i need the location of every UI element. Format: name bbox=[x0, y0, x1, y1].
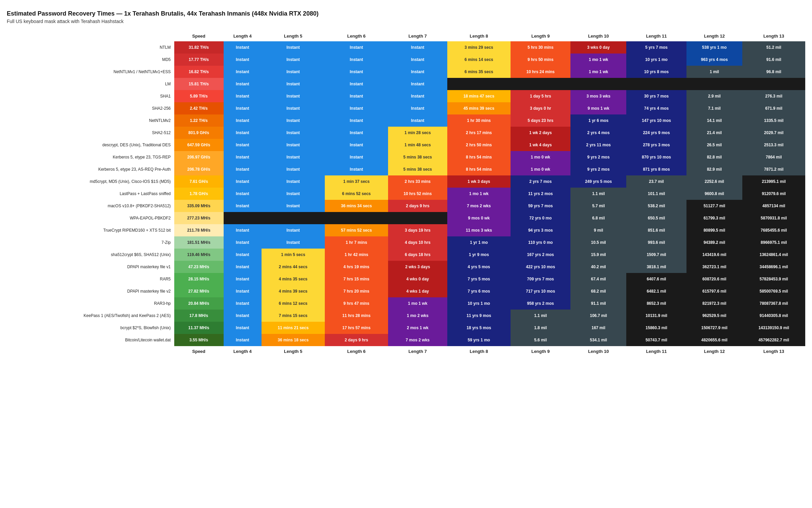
row-cell-len4: Instant bbox=[224, 297, 262, 310]
table-header: SpeedLength 4Length 5Length 6Length 7Len… bbox=[7, 31, 805, 41]
row-cell-len10: 6.8 mil bbox=[570, 212, 626, 224]
row-cell-len4: Instant bbox=[224, 249, 262, 261]
row-cell-len5: Instant bbox=[262, 224, 325, 236]
row-cell-len7 bbox=[388, 212, 447, 224]
row-cell-len8: 18 mins 47 secs bbox=[447, 90, 511, 102]
row-cell-len8: 6 mins 14 secs bbox=[447, 54, 511, 66]
row-cell-len13: 51.2 mil bbox=[742, 41, 805, 54]
row-cell-len7: 4 wks 0 day bbox=[388, 273, 447, 285]
row-name: 7-Zip bbox=[7, 236, 174, 249]
row-speed: 801.9 GH/s bbox=[174, 127, 224, 139]
row-cell-len6: 17 hrs 57 mins bbox=[325, 322, 388, 334]
row-speed: 31.82 TH/s bbox=[174, 41, 224, 54]
row-name: LastPass + LastPass sniffed bbox=[7, 188, 174, 200]
row-cell-len5: Instant bbox=[262, 151, 325, 163]
row-cell-len5: Instant bbox=[262, 139, 325, 151]
row-cell-len12: 9600.8 mil bbox=[686, 188, 742, 200]
row-cell-len5: Instant bbox=[262, 54, 325, 66]
col-header-10: Length 12 bbox=[686, 31, 742, 41]
row-cell-len7: 10 hrs 52 mins bbox=[388, 188, 447, 200]
row-cell-len8: 59 yrs 1 mo bbox=[447, 334, 511, 346]
col-footer-1: Speed bbox=[174, 346, 224, 354]
row-cell-len12: 962529.5 mil bbox=[686, 310, 742, 322]
row-cell-len8: 11 yrs 9 mos bbox=[447, 310, 511, 322]
row-cell-len9: 717 yrs 10 mos bbox=[511, 285, 570, 297]
row-name: NTLM bbox=[7, 41, 174, 54]
row-cell-len13: 912079.6 mil bbox=[742, 188, 805, 200]
row-cell-len10: 67.4 mil bbox=[570, 273, 626, 285]
row-cell-len10: 3 wks 0 day bbox=[570, 41, 626, 54]
row-cell-len7: Instant bbox=[388, 114, 447, 127]
row-cell-len11: 6407.6 mil bbox=[626, 273, 686, 285]
row-name: Kerberos 5, etype 23, AS-REQ Pre-Auth bbox=[7, 163, 174, 175]
row-cell-len7: 1 min 48 secs bbox=[388, 139, 447, 151]
row-cell-len12: 1506727.9 mil bbox=[686, 322, 742, 334]
row-cell-len13: 143139150.9 mil bbox=[742, 322, 805, 334]
row-cell-len9: 5 hrs 30 mins bbox=[511, 41, 570, 54]
row-cell-len9: 5.6 mil bbox=[511, 334, 570, 346]
row-cell-len10: 1 mo 1 wk bbox=[570, 66, 626, 78]
col-footer-4: Length 6 bbox=[325, 346, 388, 354]
row-cell-len12: 1 mil bbox=[686, 66, 742, 78]
row-name: LM bbox=[7, 78, 174, 90]
row-cell-len6: Instant bbox=[325, 163, 388, 175]
row-cell-len13: 671.9 mil bbox=[742, 102, 805, 114]
row-cell-len5: Instant bbox=[262, 127, 325, 139]
row-cell-len7: 2 wks 3 days bbox=[388, 261, 447, 273]
row-cell-len4: Instant bbox=[224, 175, 262, 188]
row-cell-len10 bbox=[570, 78, 626, 90]
row-cell-len6: 1 hr 42 mins bbox=[325, 249, 388, 261]
row-cell-len8: 45 mins 39 secs bbox=[447, 102, 511, 114]
row-cell-len12: 2.9 mil bbox=[686, 90, 742, 102]
col-footer-11: Length 13 bbox=[742, 346, 805, 354]
table-row: Bitcoin/Litecoin wallet.dat3.55 MH/sInst… bbox=[7, 334, 805, 346]
row-cell-len8: 3 mins 29 secs bbox=[447, 41, 511, 54]
row-cell-len5: Instant bbox=[262, 90, 325, 102]
row-cell-len13: 4857134 mil bbox=[742, 200, 805, 212]
row-cell-len6: Instant bbox=[325, 151, 388, 163]
row-cell-len6 bbox=[325, 212, 388, 224]
table-row: TrueCrypt RIPEMD160 + XTS 512 bit211.78 … bbox=[7, 224, 805, 236]
row-cell-len10: 1 mo 1 wk bbox=[570, 54, 626, 66]
row-cell-len10: 534.1 mil bbox=[570, 334, 626, 346]
row-name: bcrypt $2*S, Blowfish (Unix) bbox=[7, 322, 174, 334]
row-cell-len5: Instant bbox=[262, 188, 325, 200]
row-cell-len6: Instant bbox=[325, 41, 388, 54]
row-cell-len9: 422 yrs 10 mos bbox=[511, 261, 570, 273]
col-header-8: Length 10 bbox=[570, 31, 626, 41]
row-name: RAR3-hp bbox=[7, 297, 174, 310]
row-cell-len11: 30 yrs 7 mos bbox=[626, 90, 686, 102]
row-speed: 647.59 GH/s bbox=[174, 139, 224, 151]
row-cell-len4: Instant bbox=[224, 90, 262, 102]
row-cell-len12: 963 yrs 4 mos bbox=[686, 54, 742, 66]
row-name: Kerberos 5, etype 23, TGS-REP bbox=[7, 151, 174, 163]
row-cell-len9: 709 yrs 7 mos bbox=[511, 273, 570, 285]
row-cell-len7: 1 min 28 secs bbox=[388, 127, 447, 139]
row-cell-len10: 249 yrs 5 mos bbox=[570, 175, 626, 188]
row-cell-len6: Instant bbox=[325, 102, 388, 114]
table-row: WPA-EAPOL-PBKDF2277.23 MH/s9 mos 0 wk72 … bbox=[7, 212, 805, 224]
col-header-0 bbox=[7, 31, 174, 41]
row-cell-len13: 8966975.1 mil bbox=[742, 236, 805, 249]
row-cell-len5: Instant bbox=[262, 102, 325, 114]
row-cell-len11: 851.6 mil bbox=[626, 224, 686, 236]
row-cell-len9: 59 yrs 7 mos bbox=[511, 200, 570, 212]
col-header-3: Length 5 bbox=[262, 31, 325, 41]
row-cell-len13: 7864 mil bbox=[742, 151, 805, 163]
row-cell-len10: 91.1 mil bbox=[570, 297, 626, 310]
row-cell-len5: 6 mins 12 secs bbox=[262, 297, 325, 310]
row-cell-len9: 1 day 5 hrs bbox=[511, 90, 570, 102]
page-subtitle: Full US keyboard mask attack with Teraha… bbox=[7, 19, 805, 24]
row-cell-len13: 58500769.5 mil bbox=[742, 285, 805, 297]
row-cell-len8: 9 mos 0 wk bbox=[447, 212, 511, 224]
row-cell-len11: 993.6 mil bbox=[626, 236, 686, 249]
row-cell-len13: 7685455.6 mil bbox=[742, 224, 805, 236]
row-speed: 119.46 MH/s bbox=[174, 249, 224, 261]
col-header-9: Length 11 bbox=[626, 31, 686, 41]
row-cell-len9: 11 yrs 2 mos bbox=[511, 188, 570, 200]
row-name: sha512crypt $6S, SHA512 (Unix) bbox=[7, 249, 174, 261]
row-cell-len4: Instant bbox=[224, 114, 262, 127]
row-cell-len8: 7 mos 2 wks bbox=[447, 200, 511, 212]
row-cell-len12: 14.1 mil bbox=[686, 114, 742, 127]
row-cell-len11: 74 yrs 4 mos bbox=[626, 102, 686, 114]
